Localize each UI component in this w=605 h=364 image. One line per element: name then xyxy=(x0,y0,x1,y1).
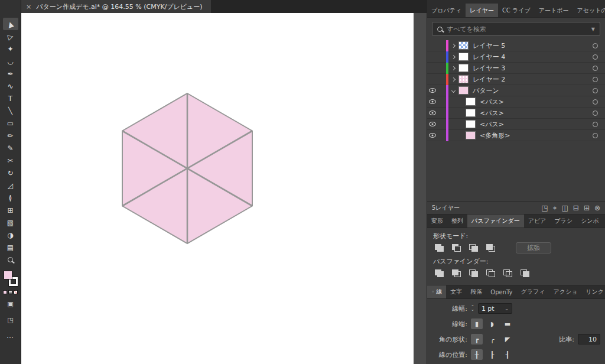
tab-assets[interactable]: アセットの xyxy=(573,4,605,17)
gradient-tool[interactable]: ▧ xyxy=(3,216,18,229)
layer-thumbnail[interactable] xyxy=(458,41,469,50)
fill-swatch[interactable] xyxy=(4,271,12,280)
tab-symbols[interactable]: シンボ xyxy=(577,214,603,228)
target-circle[interactable] xyxy=(593,133,598,138)
blend-tool[interactable]: ◑ xyxy=(3,229,18,241)
tab-stroke[interactable]: ◦線 xyxy=(427,285,446,298)
tab-links[interactable]: リンク xyxy=(581,285,605,298)
tab-transform[interactable]: 変形 xyxy=(427,214,447,228)
unite-icon[interactable] xyxy=(433,243,445,254)
make-clipping-mask-icon[interactable]: ◫ xyxy=(561,204,568,212)
scale-tool[interactable]: ◿ xyxy=(3,179,18,191)
layer-thumbnail[interactable] xyxy=(466,109,476,117)
target-circle[interactable] xyxy=(593,99,598,105)
tab-pathfinder[interactable]: パスファインダー xyxy=(467,214,524,228)
visibility-toggle[interactable] xyxy=(427,122,438,126)
cap-projecting-button[interactable]: ▬ xyxy=(502,318,513,329)
layer-name[interactable]: <パス> xyxy=(480,109,593,118)
delete-icon[interactable]: ⊗ xyxy=(594,204,600,212)
layers-search-field[interactable]: すべてを検索 ▼ xyxy=(432,22,600,36)
layer-thumbnail[interactable] xyxy=(466,131,476,139)
align-stroke-inside-button[interactable]: ┠ xyxy=(486,349,498,360)
direct-selection-tool[interactable]: ▷ xyxy=(3,30,18,43)
align-stroke-outside-button[interactable]: ┨ xyxy=(502,349,513,360)
expand-button[interactable]: 拡張 xyxy=(516,242,551,254)
rotate-tool[interactable]: ↻ xyxy=(3,167,18,179)
collapse-chevron-icon[interactable] xyxy=(448,89,458,92)
pasteboard[interactable] xyxy=(414,13,427,364)
target-circle[interactable] xyxy=(593,77,598,82)
sublayer-row[interactable]: <パス> xyxy=(427,96,605,108)
layer-name[interactable]: <パス> xyxy=(480,120,593,129)
zoom-tool[interactable] xyxy=(3,254,18,266)
layer-name[interactable]: パターン xyxy=(473,86,593,95)
hexagon-artwork[interactable] xyxy=(21,13,414,364)
join-round-button[interactable]: ╭ xyxy=(486,334,498,344)
visibility-toggle[interactable] xyxy=(427,110,438,115)
none-button[interactable] xyxy=(14,290,18,294)
locate-object-icon[interactable]: ⌖ xyxy=(553,204,557,212)
crop-icon[interactable] xyxy=(484,268,496,278)
outline-icon[interactable] xyxy=(502,268,513,278)
collect-for-export-icon[interactable]: ◳ xyxy=(541,204,548,212)
graph-tool[interactable]: ▤ xyxy=(3,241,18,254)
layer-name[interactable]: <パス> xyxy=(480,98,593,106)
layer-row[interactable]: レイヤー 5 xyxy=(427,40,605,51)
canvas-area[interactable] xyxy=(21,13,427,364)
new-layer-icon[interactable]: ⊞ xyxy=(584,204,590,212)
tab-cc-libraries[interactable]: CC ライブ xyxy=(498,4,535,17)
expand-chevron-icon[interactable] xyxy=(448,67,458,70)
stepper-down-icon[interactable]: ⌄ xyxy=(471,308,474,311)
paintbrush-tool[interactable]: ✏ xyxy=(3,129,18,142)
type-tool[interactable]: T xyxy=(3,92,18,105)
expand-chevron-icon[interactable] xyxy=(448,56,458,58)
selection-tool[interactable]: ▲ xyxy=(3,18,18,30)
tab-artboards[interactable]: アートボー xyxy=(535,4,573,17)
fill-stroke-swatches[interactable] xyxy=(3,271,18,286)
target-circle[interactable] xyxy=(593,54,598,60)
pen-tool[interactable]: ✒ xyxy=(3,67,18,80)
layer-row[interactable]: パターン xyxy=(427,85,605,96)
layer-thumbnail[interactable] xyxy=(458,86,469,95)
tab-appearance[interactable]: アピア xyxy=(524,214,551,228)
stroke-weight-combobox[interactable]: 1 pt ⌄ xyxy=(478,303,512,314)
layer-name[interactable]: レイヤー 4 xyxy=(473,53,593,61)
layer-thumbnail[interactable] xyxy=(466,98,476,106)
curvature-tool[interactable]: ∿ xyxy=(3,80,18,92)
tab-graphic-styles[interactable]: グラフィ xyxy=(517,285,549,298)
layer-thumbnail[interactable] xyxy=(466,120,476,128)
trim-icon[interactable] xyxy=(450,268,462,278)
tab-layers[interactable]: レイヤー xyxy=(466,4,498,17)
layer-row[interactable]: レイヤー 3 xyxy=(427,63,605,74)
layer-name[interactable]: レイヤー 2 xyxy=(473,75,593,84)
width-tool[interactable]: ≬ xyxy=(3,191,18,204)
draw-mode-button[interactable]: ▣ xyxy=(3,298,18,310)
tab-actions[interactable]: アクショ xyxy=(549,285,581,298)
rectangle-tool[interactable]: ▭ xyxy=(3,117,18,129)
pencil-tool[interactable]: ✎ xyxy=(3,142,18,154)
tab-align[interactable]: 整列 xyxy=(447,214,467,228)
sublayer-row[interactable]: <多角形> xyxy=(427,130,605,141)
magic-wand-tool[interactable]: ✦ xyxy=(3,43,18,55)
expand-chevron-icon[interactable] xyxy=(448,78,458,81)
tab-character[interactable]: 文字 xyxy=(446,285,466,298)
tab-properties[interactable]: プロパティ xyxy=(427,4,466,17)
shape-builder-tool[interactable]: ⊞ xyxy=(3,204,18,216)
screen-mode-button[interactable]: ◳ xyxy=(3,314,18,326)
color-button[interactable] xyxy=(3,290,7,294)
tab-brushes[interactable]: ブラシ xyxy=(550,214,577,228)
gradient-button[interactable] xyxy=(8,290,12,294)
lasso-tool[interactable]: ◡ xyxy=(3,55,18,67)
divide-icon[interactable] xyxy=(433,268,445,278)
tab-opentype[interactable]: OpenTy xyxy=(486,285,516,298)
miter-limit-input[interactable]: 10 xyxy=(578,334,600,344)
line-segment-tool[interactable]: ╲ xyxy=(3,105,18,117)
layer-name[interactable]: レイヤー 3 xyxy=(473,64,593,73)
visibility-toggle[interactable] xyxy=(427,133,438,138)
target-circle[interactable] xyxy=(593,66,598,71)
join-miter-button[interactable]: ┏ xyxy=(471,334,483,344)
close-tab-icon[interactable]: × xyxy=(26,3,31,11)
cap-butt-button[interactable]: ▮ xyxy=(471,318,483,329)
scissors-tool[interactable]: ✂ xyxy=(3,154,18,167)
minus-front-icon[interactable] xyxy=(450,243,462,254)
